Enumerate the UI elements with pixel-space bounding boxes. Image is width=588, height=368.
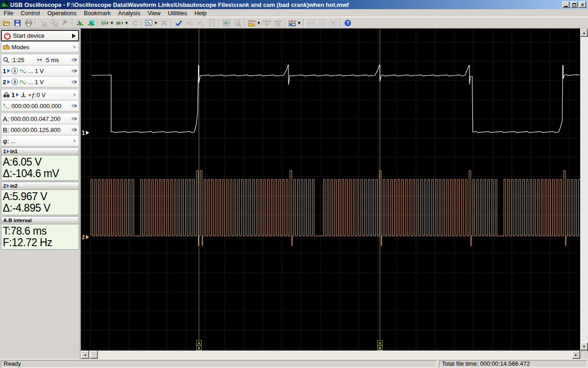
restore-button[interactable] [571,1,578,8]
notes-button [317,18,328,28]
start-device-button[interactable]: Start device [1,30,79,41]
display-mode-button[interactable]: ▼ [144,18,159,28]
expand-arrow-icon[interactable] [74,93,76,97]
save-fragment-button [38,18,49,28]
apply-check-button[interactable] [174,18,185,28]
oscilloscope-plot[interactable]: AXXB12 [81,29,580,351]
zoom-scale-row[interactable]: :1:25 :5 ms [1,54,79,65]
panel-header: 1in1 [1,148,79,155]
measure-value: Δ:-104.6 mV [3,168,77,179]
measure-value: Δ:-4.895 V [3,202,77,214]
minimize-button[interactable] [562,1,570,8]
save-selection-button [49,18,60,28]
menu-analysis[interactable]: Analysis [114,9,144,17]
vertical-scrollbar[interactable]: ▲ ▼ [580,29,588,351]
help-button[interactable]: ? [343,18,354,28]
expand-arrow-icon[interactable] [74,139,76,143]
cursor-b-stepper[interactable] [71,128,77,132]
trigger-level-value: +ƒ:0 V [28,92,45,98]
cursor-b-label: B: [3,126,9,134]
probe-number-icon: 2 [11,79,18,85]
phase-label: φ: [3,137,9,145]
menu-file[interactable]: File [0,9,17,17]
svg-text:?: ? [346,20,350,26]
channel-marker-ch2: 2 [82,234,85,241]
position-time-value: 000:00:00.000.000 [11,103,61,109]
svg-text:A:B+C: A:B+C [263,19,271,22]
trigger-channel-number: 1 [11,92,15,98]
horizontal-scrollbar[interactable]: ◄ ► [81,351,580,359]
channel-stepper[interactable] [71,80,77,84]
channel-arrow-icon [7,69,10,73]
scroll-down-button[interactable]: ▼ [580,342,588,351]
channel-marker-ch1: 1 [82,130,85,136]
zoom-stepper[interactable] [71,58,77,62]
waveform-button[interactable] [74,18,85,28]
dropdown-arrow-icon[interactable]: ▼ [257,21,261,25]
svg-text:A:B+C: A:B+C [288,19,296,22]
dropdown-arrow-icon[interactable]: ▼ [297,21,301,25]
toolbar-separator [340,18,341,28]
zoom-region-button[interactable] [221,18,232,28]
channel-stepper[interactable] [71,69,77,73]
toolbar-separator [171,18,172,28]
position-stepper[interactable] [71,104,77,108]
scroll-left-button[interactable]: ◄ [81,351,89,359]
phase-value: ... [11,138,16,144]
panel-header: 2in2 [1,182,79,190]
cursor-a-stepper[interactable] [71,117,77,121]
scroll-right-button[interactable]: ► [572,351,580,359]
script-open-button[interactable]: A:B+C▼ [247,18,262,28]
scroll-up-button[interactable]: ▲ [580,29,588,37]
print-button[interactable] [23,18,34,28]
menu-view[interactable]: View [144,9,164,17]
close-button[interactable]: × [579,1,586,8]
menu-bookmark[interactable]: Bookmark [80,9,114,17]
svg-text:A: A [198,341,201,345]
channel-1-row[interactable]: 1 1 ... 1 V [1,65,79,76]
panel-channel-number: 2 [3,183,6,189]
measurement-panels: 1in1A:6.05 VΔ:-104.6 mV2in2A:5.967 VΔ:-4… [1,147,79,250]
open-file-button[interactable] [1,18,12,28]
expand-signal-button[interactable]: ▼ [100,18,115,28]
expand-arrow-icon[interactable] [74,45,76,49]
trigger-row[interactable]: 1 +ƒ:0 V [1,89,79,100]
construct-button [60,18,71,28]
measure-panel-ch2[interactable]: 2in2A:5.967 VΔ:-4.895 V [1,182,79,215]
zoom-scale-value: :1:25 [11,57,24,63]
cursor-b-row[interactable]: B: 000:00:00.125.800 [1,124,79,135]
menu-help[interactable]: Help [191,9,210,17]
position-row[interactable]: 000:00:00.000.000 [1,100,79,111]
script-panel-button[interactable]: A:B+C▼ [288,18,302,28]
channel-2-row[interactable]: 2 2 ... 1 V [1,76,79,87]
menu-utilities[interactable]: Utilities [164,9,191,17]
menu-operations[interactable]: Operations [44,9,80,17]
script-run-button: A:B+C [262,18,273,28]
menu-control[interactable]: Control [17,9,44,17]
graph-window-button [306,18,317,28]
start-device-label: Start device [13,32,45,39]
measure-panel-ch1[interactable]: 1in1A:6.05 VΔ:-104.6 mV [1,147,79,181]
modes-button[interactable]: Modes [1,41,79,52]
waveform-select-button[interactable] [85,18,96,28]
report-button [207,18,218,28]
close-view-button [328,18,339,28]
dropdown-arrow-icon[interactable]: ▼ [124,21,129,25]
undo-button [130,18,141,28]
minimize-icon [564,6,568,7]
save-file-button[interactable] [12,18,23,28]
dropdown-arrow-icon[interactable]: ▼ [110,21,114,25]
scrollbar-thumb[interactable] [90,351,98,359]
expand-arrow-icon[interactable] [72,34,76,38]
toolbar-separator [219,18,220,28]
measure-panel-ab[interactable]: A-B intervalT:78.6 msF:12.72 Hz [1,216,79,250]
compress-signal-button[interactable]: ▼ [115,18,130,28]
dropdown-arrow-icon[interactable]: ▼ [154,21,158,25]
toolbar-separator [304,18,305,28]
measure-value: F:12.72 Hz [3,237,77,248]
signal-icon [19,68,27,74]
status-bar: Ready Total file time: 000:00:14.566.472 [0,359,588,368]
cursor-a-row[interactable]: A: 000:00:00.047.200 [1,113,79,124]
app-icon [1,1,8,8]
phase-row[interactable]: φ: ... [1,135,79,146]
